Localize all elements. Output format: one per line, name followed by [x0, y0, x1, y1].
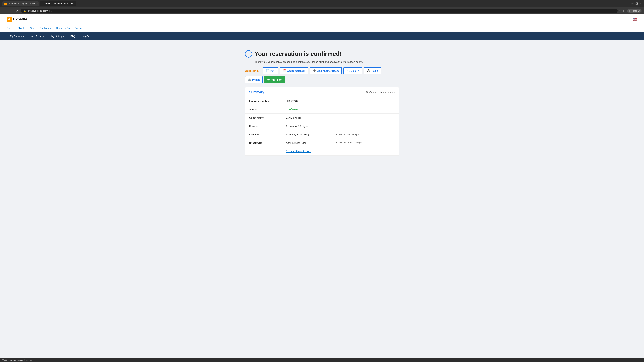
table-row: Itinerary Number: H7850748: [245, 97, 399, 105]
dark-nav-my-summary[interactable]: My Summary: [7, 32, 27, 40]
summary-card: Summary ✕ Cancel this reservation Itiner…: [245, 87, 399, 156]
reload-button[interactable]: ✕: [15, 8, 19, 13]
pdf-icon: 📄: [266, 69, 269, 72]
nav-flights[interactable]: Flights: [18, 24, 25, 32]
add-to-calendar-label: Add to Calendar: [287, 69, 305, 72]
summary-title: Summary: [249, 90, 264, 94]
print-it-button[interactable]: 🖨️ Print It: [245, 76, 263, 83]
checkin-label: Check In:: [249, 133, 286, 136]
action-row: Questions? 📄 PDF 📅 Add to Calendar ➕ Add…: [245, 67, 399, 83]
nav-cars[interactable]: Cars: [30, 24, 35, 32]
dark-nav-faq[interactable]: FAQ: [67, 32, 78, 40]
dark-nav: My Summary New Request My Settings FAQ L…: [0, 32, 644, 40]
forward-button[interactable]: →: [9, 9, 14, 13]
email-icon: ✉️: [346, 69, 350, 72]
nav-stays[interactable]: Stays: [7, 24, 13, 32]
rooms-label: Rooms:: [249, 125, 286, 128]
minimize-button[interactable]: ─: [632, 2, 634, 5]
bookmark-icon[interactable]: ☆: [619, 9, 622, 12]
browser-title-bar: Reservation Request Details ✕ ⟳ March 3 …: [0, 0, 644, 7]
hotel-name-link[interactable]: Crowne Plaza Suites...: [286, 150, 336, 153]
browser-tab-1[interactable]: Reservation Request Details ✕: [2, 1, 39, 6]
dark-nav-new-request[interactable]: New Request: [27, 32, 48, 40]
checkout-label: Check Out:: [249, 141, 286, 144]
table-row: Check In: March 3, 2024 (Sun) Check In T…: [245, 130, 399, 139]
status-value: Confirmed: [286, 108, 336, 111]
address-bar[interactable]: 🔒 groups.expedia.com/Res/: [21, 8, 618, 13]
main-nav: Stays Flights Cars Packages Things to Do…: [0, 24, 644, 32]
table-row: Status: Confirmed: [245, 105, 399, 114]
confirmation-header: ✓ Your reservation is confirmed!: [245, 50, 399, 58]
tab-bar: Reservation Request Details ✕ ⟳ March 3 …: [2, 1, 82, 6]
questions-label: Questions?: [245, 69, 260, 72]
nav-actions: ☆ ⊡ Incognito (2): [619, 9, 642, 12]
checkout-note: Check Out Time: 12:00 pm: [336, 141, 395, 144]
itinerary-value: H7850748: [286, 99, 336, 102]
pdf-label: PDF: [270, 69, 275, 72]
checkout-value: April 1, 2024 (Mon): [286, 141, 336, 144]
checkin-note: Check In Time: 3:00 pm: [336, 133, 395, 136]
print-icon: 🖨️: [248, 78, 251, 81]
nav-packages[interactable]: Packages: [40, 24, 51, 32]
status-label: Status:: [249, 108, 286, 111]
add-flight-label: Add Flight: [270, 78, 282, 81]
check-circle-icon: ✓: [245, 50, 252, 58]
add-another-room-label: Add Another Room: [317, 69, 339, 72]
expedia-header: ✈ Expedia 🇺🇸: [0, 14, 644, 24]
browser-nav-bar: ← → ✕ 🔒 groups.expedia.com/Res/ ☆ ⊡ Inco…: [0, 7, 644, 14]
pdf-button[interactable]: 📄 PDF: [263, 67, 278, 74]
confirmation-subtitle: Thank you, your reservation has been com…: [254, 60, 399, 63]
itinerary-label: Itinerary Number:: [249, 99, 286, 102]
close-window-button[interactable]: ✕: [640, 2, 642, 5]
add-room-icon: ➕: [313, 69, 316, 72]
guest-name-label: Guest Name:: [249, 116, 286, 119]
incognito-badge[interactable]: Incognito (2): [627, 9, 642, 12]
logo-text: Expedia: [13, 17, 27, 21]
table-row: Guest Name: JANE SMITH: [245, 114, 399, 122]
flag-icon[interactable]: 🇺🇸: [633, 17, 637, 21]
tab-favicon-1: [4, 2, 7, 5]
dark-nav-my-settings[interactable]: My Settings: [48, 32, 67, 40]
tab-loading-icon: ⟳: [42, 2, 44, 5]
back-button[interactable]: ←: [2, 9, 7, 13]
text-icon: 💬: [367, 69, 370, 72]
maximize-button[interactable]: ❐: [636, 2, 638, 5]
secure-icon: 🔒: [24, 10, 26, 12]
table-row: Rooms: 1 room for 29 nights: [245, 122, 399, 130]
flight-icon: ✈: [267, 78, 270, 81]
tab-label-2: March 3 - Reservation at Crown...: [44, 2, 76, 5]
checkin-value: March 3, 2024 (Sun): [286, 133, 336, 136]
split-view-icon[interactable]: ⊡: [623, 9, 626, 12]
cancel-x-icon: ✕: [366, 90, 368, 94]
tab-label-1: Reservation Request Details: [8, 2, 36, 5]
add-flight-button[interactable]: ✈ Add Flight: [264, 76, 285, 83]
email-it-button[interactable]: ✉️ Email It: [344, 67, 362, 74]
calendar-icon: 📅: [283, 69, 286, 72]
dark-nav-log-out[interactable]: Log Out: [78, 32, 94, 40]
print-it-label: Print It: [252, 78, 260, 81]
text-it-button[interactable]: 💬 Text It: [364, 67, 381, 74]
rooms-value: 1 room for 29 nights: [286, 125, 336, 128]
table-row: Check Out: April 1, 2024 (Mon) Check Out…: [245, 139, 399, 147]
expedia-logo[interactable]: ✈ Expedia: [7, 17, 27, 22]
nav-things-to-do[interactable]: Things to Do: [56, 24, 70, 32]
cancel-reservation-label: Cancel this reservation: [369, 91, 395, 93]
table-row: Crowne Plaza Suites...: [245, 147, 399, 156]
main-content: ✓ Your reservation is confirmed! Thank y…: [242, 45, 402, 161]
add-another-room-button[interactable]: ➕ Add Another Room: [310, 67, 342, 74]
summary-header: Summary ✕ Cancel this reservation: [245, 87, 399, 97]
add-to-calendar-button[interactable]: 📅 Add to Calendar: [280, 67, 308, 74]
tab-close-1[interactable]: ✕: [37, 2, 39, 5]
email-it-label: Email It: [351, 69, 359, 72]
logo-icon: ✈: [7, 17, 12, 22]
address-text: groups.expedia.com/Res/: [28, 9, 52, 12]
new-tab-button[interactable]: +: [77, 2, 82, 6]
confirmation-title: Your reservation is confirmed!: [254, 50, 342, 57]
text-it-label: Text It: [371, 69, 378, 72]
guest-name-value: JANE SMITH: [286, 116, 336, 119]
nav-cruises[interactable]: Cruises: [74, 24, 83, 32]
browser-tab-2[interactable]: ⟳ March 3 - Reservation at Crown... ✕: [40, 1, 76, 6]
cancel-reservation-link[interactable]: ✕ Cancel this reservation: [366, 90, 395, 94]
